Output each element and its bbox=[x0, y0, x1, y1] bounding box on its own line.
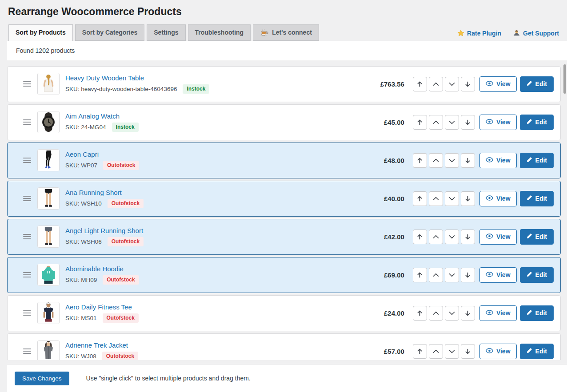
move-to-bottom-button[interactable] bbox=[461, 153, 475, 168]
move-to-bottom-button[interactable] bbox=[461, 115, 475, 130]
drag-handle-icon[interactable] bbox=[23, 310, 31, 316]
move-up-button[interactable] bbox=[429, 268, 443, 282]
header-link-get-support[interactable]: Get Support bbox=[513, 30, 559, 37]
move-to-bottom-button[interactable] bbox=[461, 268, 475, 282]
save-changes-button[interactable]: Save Changes bbox=[15, 372, 69, 385]
product-row[interactable]: Adrienne Trek Jacket SKU: WJ08 Outofstoc… bbox=[7, 333, 561, 360]
drag-handle-icon[interactable] bbox=[23, 158, 31, 163]
move-up-button[interactable] bbox=[429, 153, 443, 168]
header-link-rate-plugin[interactable]: Rate Plugin bbox=[457, 30, 501, 37]
move-down-button[interactable] bbox=[445, 268, 459, 282]
product-name-link[interactable]: Ana Running Short bbox=[65, 189, 144, 196]
move-up-button[interactable] bbox=[429, 115, 443, 130]
arrow-down-icon bbox=[464, 234, 471, 240]
edit-button[interactable]: Edit bbox=[520, 267, 554, 283]
move-up-button[interactable] bbox=[429, 77, 443, 91]
view-button[interactable]: View bbox=[479, 153, 517, 168]
edit-button[interactable]: Edit bbox=[520, 76, 554, 92]
view-button[interactable]: View bbox=[479, 76, 517, 92]
move-down-button[interactable] bbox=[445, 306, 459, 321]
move-to-top-button[interactable] bbox=[413, 344, 427, 359]
move-to-bottom-button[interactable] bbox=[461, 191, 475, 206]
move-up-button[interactable] bbox=[429, 191, 443, 206]
product-row[interactable]: Angel Light Running Short SKU: WSH06 Out… bbox=[7, 219, 561, 255]
move-to-top-button[interactable] bbox=[413, 268, 427, 282]
arrow-up-icon bbox=[416, 81, 423, 87]
pencil-icon bbox=[527, 119, 532, 126]
move-up-button[interactable] bbox=[429, 344, 443, 359]
results-summary-panel: Found 1202 products bbox=[7, 41, 567, 60]
product-name-link[interactable]: Heavy Duty Wooden Table bbox=[65, 74, 209, 82]
product-row[interactable]: Abominable Hoodie SKU: MH09 Outofstock £… bbox=[7, 257, 561, 293]
view-button-label: View bbox=[496, 271, 511, 278]
arrow-down-icon bbox=[464, 348, 471, 355]
tab-sort-by-categories[interactable]: Sort by Categories bbox=[75, 24, 144, 41]
edit-button[interactable]: Edit bbox=[520, 344, 554, 359]
product-price: £40.00 bbox=[384, 195, 404, 202]
product-name-link[interactable]: Aeon Capri bbox=[65, 150, 139, 158]
tab-let-s-connect[interactable]: Let's connect bbox=[253, 24, 319, 41]
product-price: £24.00 bbox=[384, 309, 404, 317]
drag-handle-icon[interactable] bbox=[23, 348, 31, 354]
move-to-bottom-button[interactable] bbox=[461, 306, 475, 321]
chevron-down-icon bbox=[449, 311, 455, 315]
move-down-button[interactable] bbox=[445, 230, 459, 244]
move-down-button[interactable] bbox=[445, 115, 459, 130]
product-row[interactable]: Heavy Duty Wooden Table SKU: heavy-duty-… bbox=[7, 66, 561, 102]
move-to-top-button[interactable] bbox=[413, 230, 427, 244]
product-name-link[interactable]: Angel Light Running Short bbox=[65, 227, 144, 234]
tab-sort-by-products[interactable]: Sort by Products bbox=[8, 24, 73, 41]
edit-button[interactable]: Edit bbox=[520, 305, 554, 321]
view-button[interactable]: View bbox=[479, 191, 517, 206]
product-row[interactable]: Aero Daily Fitness Tee SKU: MS01 Outofst… bbox=[7, 295, 561, 331]
move-to-bottom-button[interactable] bbox=[461, 77, 475, 91]
view-button[interactable]: View bbox=[479, 267, 517, 283]
product-name-link[interactable]: Aim Analog Watch bbox=[65, 112, 139, 120]
drag-handle-icon[interactable] bbox=[23, 196, 31, 201]
eye-icon bbox=[486, 157, 493, 164]
drag-handle-icon[interactable] bbox=[23, 81, 31, 87]
header-links: Rate Plugin Get Support bbox=[457, 30, 559, 41]
product-thumbnail bbox=[37, 226, 60, 248]
product-name-link[interactable]: Aero Daily Fitness Tee bbox=[65, 303, 139, 311]
move-up-button[interactable] bbox=[429, 230, 443, 244]
view-button-label: View bbox=[496, 157, 511, 164]
product-name-link[interactable]: Abominable Hoodie bbox=[65, 265, 139, 273]
scrollbar-thumb[interactable] bbox=[563, 64, 566, 94]
product-row[interactable]: Aeon Capri SKU: WP07 Outofstock £48.00 bbox=[7, 143, 561, 178]
view-button[interactable]: View bbox=[479, 344, 517, 359]
edit-button[interactable]: Edit bbox=[520, 115, 554, 130]
drag-handle-icon[interactable] bbox=[23, 272, 31, 277]
move-down-button[interactable] bbox=[445, 153, 459, 168]
move-to-top-button[interactable] bbox=[413, 306, 427, 321]
move-down-button[interactable] bbox=[445, 191, 459, 206]
move-down-button[interactable] bbox=[445, 77, 459, 91]
tab-troubleshooting[interactable]: Troubleshooting bbox=[188, 24, 251, 41]
product-row[interactable]: Ana Running Short SKU: WSH10 Outofstock … bbox=[7, 181, 561, 217]
product-price: £57.00 bbox=[384, 348, 404, 355]
drag-handle-icon[interactable] bbox=[23, 119, 31, 125]
move-to-top-button[interactable] bbox=[413, 153, 427, 168]
view-button[interactable]: View bbox=[479, 305, 517, 321]
chevron-up-icon bbox=[433, 311, 439, 315]
product-thumbnail bbox=[37, 111, 60, 133]
product-row[interactable]: Aim Analog Watch SKU: 24-MG04 Instock £4… bbox=[7, 104, 561, 140]
move-up-button[interactable] bbox=[429, 306, 443, 321]
edit-button[interactable]: Edit bbox=[520, 191, 554, 206]
move-down-button[interactable] bbox=[445, 344, 459, 359]
tab-settings[interactable]: Settings bbox=[147, 24, 185, 41]
move-to-top-button[interactable] bbox=[413, 115, 427, 130]
view-button[interactable]: View bbox=[479, 115, 517, 130]
move-to-bottom-button[interactable] bbox=[461, 230, 475, 244]
drag-handle-icon[interactable] bbox=[23, 234, 31, 239]
product-name-link[interactable]: Adrienne Trek Jacket bbox=[65, 341, 138, 349]
move-to-top-button[interactable] bbox=[413, 77, 427, 91]
move-to-bottom-button[interactable] bbox=[461, 344, 475, 359]
view-button[interactable]: View bbox=[479, 229, 517, 245]
product-price: £42.00 bbox=[384, 233, 404, 241]
move-to-top-button[interactable] bbox=[413, 191, 427, 206]
arrow-up-icon bbox=[416, 157, 423, 164]
edit-button[interactable]: Edit bbox=[520, 153, 554, 168]
edit-button[interactable]: Edit bbox=[520, 229, 554, 245]
product-price: £48.00 bbox=[384, 157, 404, 164]
